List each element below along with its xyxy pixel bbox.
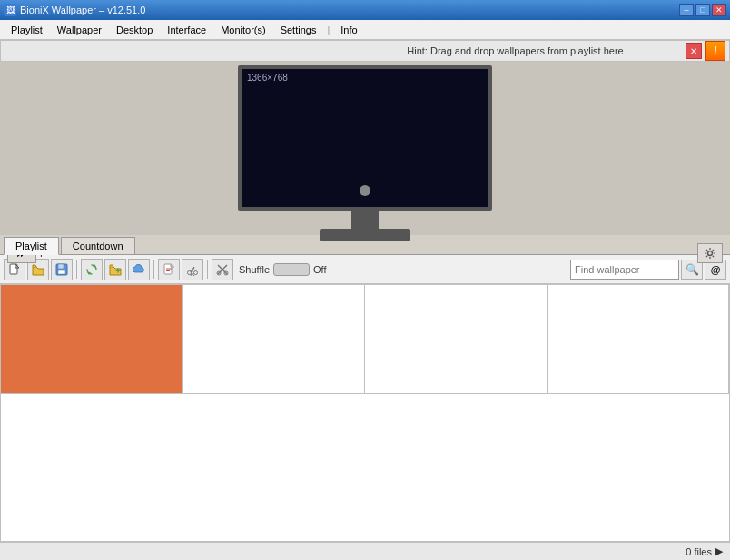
close-button[interactable]: ✕ bbox=[712, 4, 726, 16]
playlist-grid bbox=[0, 284, 730, 542]
monitor-container: 1366×768 bbox=[238, 65, 492, 241]
monitor-stand-base bbox=[320, 229, 410, 241]
hint-close-button[interactable]: ✕ bbox=[686, 43, 702, 59]
menu-settings[interactable]: Settings bbox=[273, 23, 324, 37]
preview-area: Hint: Drag and drop wallpapers from play… bbox=[0, 40, 730, 235]
svg-point-0 bbox=[708, 251, 713, 256]
playlist-item-1[interactable] bbox=[1, 285, 183, 394]
menu-interface[interactable]: Interface bbox=[160, 23, 213, 37]
maximize-button[interactable]: □ bbox=[695, 4, 710, 16]
main-content: Hint: Drag and drop wallpapers from play… bbox=[0, 40, 730, 560]
minimize-button[interactable]: – bbox=[679, 4, 694, 16]
preview-settings-button[interactable] bbox=[697, 243, 723, 263]
menu-desktop[interactable]: Desktop bbox=[109, 23, 160, 37]
menu-info[interactable]: Info bbox=[333, 23, 364, 37]
monitor-screen-wrapper: 1366×768 bbox=[238, 65, 492, 211]
playlist-item-3[interactable] bbox=[365, 285, 548, 394]
gear-icon bbox=[704, 247, 716, 260]
menu-bar: Playlist Wallpaper Desktop Interface Mon… bbox=[0, 20, 730, 40]
preview-controls: ⏭ P bbox=[0, 241, 730, 265]
playlist-item-4[interactable] bbox=[548, 285, 730, 394]
file-count: 0 files bbox=[686, 546, 712, 557]
menu-separator: | bbox=[327, 25, 330, 35]
app-icon: 🖼 bbox=[4, 4, 16, 16]
alert-button[interactable]: ! bbox=[705, 41, 725, 61]
menu-wallpaper[interactable]: Wallpaper bbox=[50, 23, 109, 37]
title-bar-buttons: – □ ✕ bbox=[679, 4, 726, 16]
monitor-stand-button bbox=[360, 185, 370, 196]
menu-monitors[interactable]: Monitor(s) bbox=[213, 23, 273, 37]
title-bar: 🖼 BioniX Wallpaper – v12.51.0 – □ ✕ bbox=[0, 0, 730, 20]
svg-rect-4 bbox=[58, 270, 65, 274]
shuffle-slider[interactable] bbox=[273, 263, 310, 276]
hint-bar: Hint: Drag and drop wallpapers from play… bbox=[0, 40, 730, 62]
menu-playlist[interactable]: Playlist bbox=[4, 23, 50, 37]
monitor-stand-neck bbox=[351, 211, 379, 229]
svg-rect-1 bbox=[10, 264, 17, 274]
svg-point-9 bbox=[194, 270, 198, 274]
shuffle-off-label: Off bbox=[313, 264, 326, 275]
tab-playlist[interactable]: Playlist bbox=[4, 237, 59, 255]
shuffle-label: Shuffle bbox=[239, 264, 270, 275]
app-title: BioniX Wallpaper – v12.51.0 bbox=[20, 5, 145, 15]
status-bar: 0 files ▶ bbox=[0, 542, 730, 560]
status-arrow-icon: ▶ bbox=[715, 545, 723, 557]
title-bar-left: 🖼 BioniX Wallpaper – v12.51.0 bbox=[4, 4, 145, 16]
hint-text: Hint: Drag and drop wallpapers from play… bbox=[345, 45, 686, 56]
monitor-resolution: 1366×768 bbox=[247, 73, 288, 83]
playlist-panel: Playlist Countdown bbox=[0, 235, 730, 542]
playlist-item-2[interactable] bbox=[183, 285, 366, 394]
